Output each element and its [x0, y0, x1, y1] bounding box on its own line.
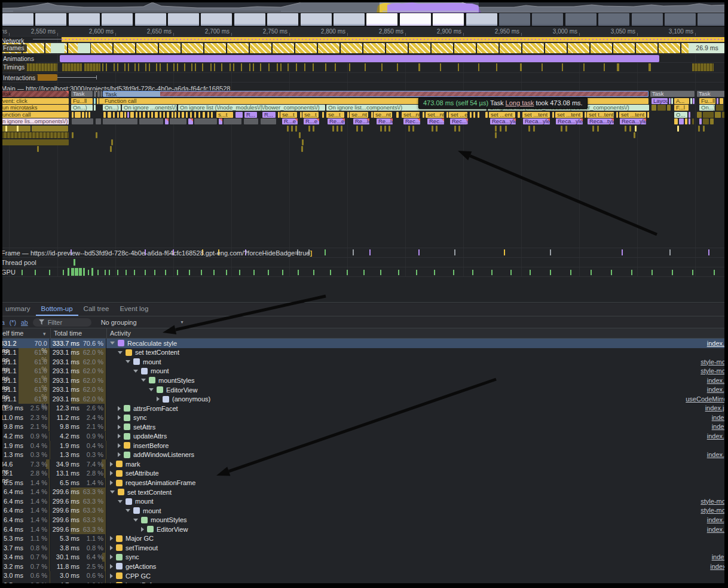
- flame-bar[interactable]: [561, 126, 562, 132]
- flame-bar[interactable]: n ignore lis...omponents\/): [1, 118, 69, 124]
- source-link[interactable]: index.js: [707, 432, 728, 440]
- flame-bar[interactable]: [170, 118, 186, 124]
- flame-bar[interactable]: [667, 105, 671, 111]
- flame-bar[interactable]: [111, 139, 113, 145]
- frame-block[interactable]: [522, 43, 544, 53]
- flame-bar[interactable]: un microtasks: [1, 105, 69, 111]
- expand-arrow-icon[interactable]: [110, 471, 113, 476]
- flame-bar[interactable]: [103, 118, 137, 124]
- filter-input[interactable]: Filter: [33, 318, 91, 327]
- table-row[interactable]: 9.8 ms2.1 %9.8 ms2.1 %setAttrsindex.: [0, 422, 728, 432]
- flame-bar[interactable]: On...): [103, 105, 121, 111]
- flame-bar[interactable]: se...nt: [374, 112, 392, 118]
- flame-bar[interactable]: [592, 126, 594, 132]
- flame-bar[interactable]: [108, 112, 111, 118]
- frame-block[interactable]: [363, 43, 385, 53]
- frame-block[interactable]: [159, 43, 181, 53]
- timing-mark[interactable]: [253, 63, 254, 71]
- flame-bar[interactable]: [361, 126, 363, 132]
- collapse-arrow-icon[interactable]: [149, 388, 154, 391]
- flame-bar[interactable]: [635, 126, 637, 132]
- filmstrip-thumbnail[interactable]: [532, 13, 563, 26]
- flame-bar[interactable]: set...nt: [426, 112, 444, 118]
- flame-bar[interactable]: s...t: [216, 112, 233, 118]
- match-case-icon[interactable]: a: [1, 319, 5, 326]
- timing-mark[interactable]: [583, 63, 585, 71]
- flame-bar[interactable]: set ...ent: [449, 112, 467, 118]
- column-self-time[interactable]: elf time: [2, 330, 23, 337]
- flame-bar[interactable]: R...e: [304, 118, 319, 124]
- flame-bar[interactable]: [685, 118, 687, 124]
- flame-bar[interactable]: [113, 112, 115, 118]
- flame-bar[interactable]: [313, 126, 314, 132]
- timing-mark[interactable]: [134, 63, 136, 71]
- timing-mark[interactable]: [210, 63, 212, 71]
- flame-bar[interactable]: [485, 112, 488, 118]
- tab-ummary[interactable]: ummary: [0, 303, 36, 316]
- flame-bar[interactable]: [671, 98, 673, 104]
- flame-bar[interactable]: [85, 112, 87, 118]
- flame-bar[interactable]: [295, 126, 297, 132]
- flame-bar[interactable]: se...nt: [350, 112, 368, 118]
- expand-arrow-icon[interactable]: [110, 574, 113, 578]
- filmstrip-thumbnail[interactable]: [2, 13, 33, 26]
- source-link[interactable]: index.j: [710, 563, 728, 570]
- expand-arrow-icon[interactable]: [118, 434, 121, 438]
- flame-bar[interactable]: Re...e: [328, 118, 345, 124]
- flame-bar[interactable]: set t...tent: [587, 112, 614, 118]
- network-activity-bar[interactable]: [62, 37, 728, 42]
- table-row[interactable]: 6.4 ms1.4 %299.6 ms63.3 %mountStylesinde…: [0, 515, 728, 525]
- flame-bar[interactable]: [423, 112, 424, 118]
- flame-bar[interactable]: [332, 126, 334, 132]
- timing-mark[interactable]: [296, 63, 297, 71]
- flame-bar[interactable]: [347, 112, 349, 118]
- flame-bar[interactable]: [160, 112, 161, 118]
- timing-mark[interactable]: [325, 63, 326, 71]
- flame-bar[interactable]: [458, 126, 460, 132]
- flame-bar[interactable]: [163, 112, 165, 118]
- source-link[interactable]: style-mod: [701, 498, 728, 505]
- flame-bar[interactable]: Layout: [651, 98, 668, 104]
- timing-mark[interactable]: [124, 63, 126, 71]
- flame-bar[interactable]: [110, 146, 112, 152]
- filmstrip-thumbnail[interactable]: [598, 13, 629, 26]
- frame-block[interactable]: [204, 43, 226, 53]
- flame-bar[interactable]: [679, 118, 684, 124]
- flame-bar[interactable]: Rec...yle: [450, 118, 468, 124]
- source-link[interactable]: style-mod: [701, 507, 728, 514]
- flame-bar[interactable]: Rec...le: [403, 118, 420, 124]
- frame-block[interactable]: [182, 43, 203, 53]
- flame-bar[interactable]: [278, 112, 280, 118]
- flame-bar[interactable]: [235, 112, 243, 118]
- expand-arrow-icon[interactable]: [110, 480, 113, 485]
- flame-bar[interactable]: [165, 118, 169, 124]
- source-link[interactable]: index.js: [707, 526, 728, 533]
- expand-arrow-icon[interactable]: [157, 397, 160, 401]
- timing-mark[interactable]: [195, 63, 196, 71]
- timing-mark[interactable]: [313, 63, 314, 71]
- table-row[interactable]: 3.7 ms0.8 %3.8 ms0.8 %setTimeout: [0, 543, 728, 553]
- timing-mark[interactable]: [173, 63, 175, 71]
- timing-mark[interactable]: [260, 63, 261, 71]
- filmstrip-thumbnail[interactable]: [632, 13, 663, 26]
- frame-block[interactable]: [477, 43, 498, 53]
- timing-mark[interactable]: [496, 63, 497, 71]
- collapse-arrow-icon[interactable]: [126, 509, 130, 512]
- cpu-overview-strip[interactable]: [0, 0, 728, 13]
- flame-bar[interactable]: vent: click: [1, 98, 69, 104]
- source-link[interactable]: index.js: [707, 516, 728, 523]
- filmstrip-thumbnail[interactable]: [135, 13, 166, 26]
- flame-bar[interactable]: [692, 118, 694, 124]
- flame-bar[interactable]: [72, 112, 74, 118]
- flame-bar[interactable]: [72, 132, 74, 138]
- flame-bar[interactable]: [396, 112, 399, 118]
- flame-bar[interactable]: [616, 112, 618, 118]
- frame-block[interactable]: [114, 43, 135, 53]
- flame-bar[interactable]: [697, 112, 702, 118]
- flame-bar[interactable]: On ignore list (\/node_modules\/|\/bower…: [178, 105, 325, 111]
- flame-bar[interactable]: [689, 112, 690, 118]
- flame-bar[interactable]: [597, 126, 599, 132]
- flame-bar[interactable]: [97, 91, 100, 97]
- flame-bar[interactable]: [408, 126, 410, 132]
- flame-bar[interactable]: [657, 105, 666, 111]
